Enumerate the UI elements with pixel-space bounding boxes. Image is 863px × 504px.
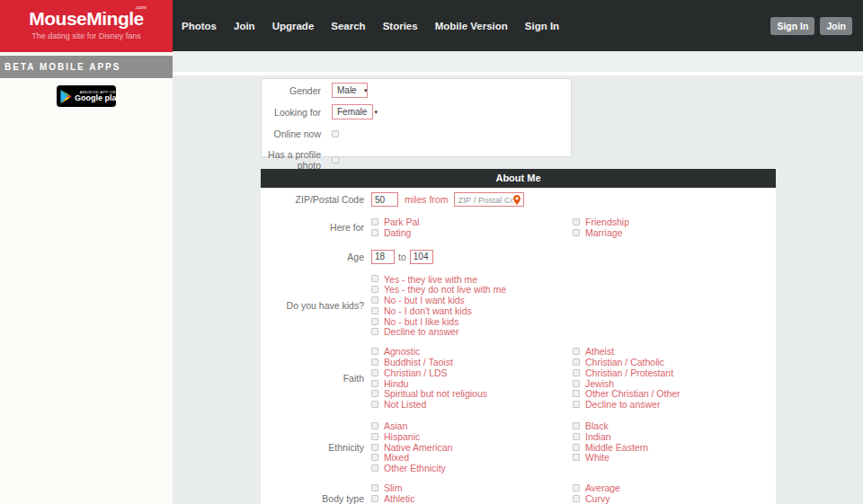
logo-tld: .com: [135, 4, 147, 10]
checkbox-option: Jewish: [573, 378, 681, 389]
checkbox[interactable]: [371, 296, 378, 304]
checkbox-option: Christian / Catholic: [573, 357, 681, 367]
checkbox[interactable]: [573, 433, 580, 440]
checkbox[interactable]: [573, 348, 580, 355]
nav-search[interactable]: Search: [331, 21, 365, 31]
nav-upgrade[interactable]: Upgrade: [272, 21, 315, 31]
radius-input[interactable]: [371, 192, 398, 207]
checkbox-option: Indian: [573, 431, 648, 442]
checkbox[interactable]: [371, 229, 378, 236]
checkbox-label: Middle Eastern: [585, 442, 648, 453]
nav-stories[interactable]: Stories: [383, 21, 418, 31]
nav-mobile-version[interactable]: Mobile Version: [435, 21, 508, 31]
has-photo-checkbox[interactable]: [332, 156, 339, 164]
checkbox[interactable]: [573, 422, 580, 429]
checkbox-label: Christian / Protestant: [585, 367, 673, 378]
age-min-input[interactable]: [371, 250, 395, 264]
age-row: Age to: [261, 250, 776, 264]
checkbox[interactable]: [573, 390, 580, 397]
ethnicity-col1: AsianHispanicNative AmericanMixedOther E…: [371, 420, 573, 473]
checkbox[interactable]: [371, 390, 378, 397]
checkbox[interactable]: [573, 358, 580, 366]
join-button[interactable]: Join: [820, 17, 852, 35]
checkbox[interactable]: [371, 286, 378, 293]
zip-input[interactable]: [458, 195, 513, 205]
miles-from-text: miles from: [405, 194, 448, 205]
looking-for-select[interactable]: Female ▼: [332, 104, 373, 119]
checkbox-label: Indian: [585, 431, 611, 442]
sidebar: MouseMingle.com The dating site for Disn…: [0, 0, 173, 504]
checkbox[interactable]: [371, 307, 378, 314]
checkbox-label: Dating: [384, 227, 411, 238]
checkbox[interactable]: [573, 229, 580, 236]
checkbox[interactable]: [573, 369, 580, 376]
checkbox[interactable]: [573, 401, 580, 408]
checkbox[interactable]: [573, 495, 580, 502]
checkbox-label: Athletic: [384, 493, 414, 504]
checkbox[interactable]: [371, 444, 378, 451]
zip-input-box: [454, 192, 524, 207]
nav-join[interactable]: Join: [234, 21, 255, 31]
gender-select[interactable]: Male ▼: [332, 83, 368, 98]
checkbox[interactable]: [371, 454, 378, 461]
online-now-label: Online now: [262, 128, 321, 139]
checkbox[interactable]: [573, 380, 580, 387]
checkbox-option: Asian: [371, 420, 573, 431]
checkbox[interactable]: [371, 380, 378, 387]
checkbox-option: Friendship: [573, 217, 629, 227]
checkbox-label: Other Christian / Other: [585, 388, 681, 399]
checkbox[interactable]: [371, 358, 378, 366]
checkbox-option: Marriage: [573, 227, 629, 238]
checkbox-label: Mixed: [384, 452, 409, 463]
body-type-col1: SlimAthleticBig and lovely/handsome: [371, 482, 573, 504]
checkbox[interactable]: [573, 218, 580, 225]
checkbox-option: Middle Eastern: [573, 442, 648, 453]
checkbox[interactable]: [371, 275, 378, 282]
main-area: Photos Join Upgrade Search Stories Mobil…: [173, 0, 863, 504]
checkbox[interactable]: [573, 454, 580, 461]
google-play-badge[interactable]: ANDROID APP ON Google play: [57, 85, 116, 107]
checkbox[interactable]: [573, 444, 580, 451]
checkbox[interactable]: [573, 484, 580, 491]
checkbox-label: No - I don't want kids: [384, 305, 472, 316]
checkbox-option: No - but I want kids: [371, 295, 573, 305]
checkbox[interactable]: [371, 318, 378, 325]
age-label: Age: [261, 252, 371, 262]
checkbox-label: Yes - they do not live with me: [384, 284, 506, 295]
checkbox[interactable]: [371, 464, 378, 472]
checkbox[interactable]: [371, 369, 378, 376]
nav-photos[interactable]: Photos: [182, 21, 217, 31]
checkbox[interactable]: [371, 484, 378, 491]
checkbox-option: Dating: [371, 227, 573, 238]
checkbox[interactable]: [371, 422, 378, 429]
checkbox-label: Black: [585, 420, 609, 431]
checkbox[interactable]: [371, 495, 378, 502]
checkbox-label: No - but I want kids: [384, 295, 465, 305]
checkbox-label: Not Listed: [384, 399, 426, 410]
nav-sign-in[interactable]: Sign In: [525, 21, 559, 31]
checkbox-option: Not Listed: [371, 399, 573, 410]
logo[interactable]: MouseMingle.com The dating site for Disn…: [0, 0, 173, 52]
checkbox-label: Friendship: [585, 217, 629, 227]
checkbox-label: Hispanic: [384, 431, 420, 442]
checkbox-label: Native American: [384, 442, 452, 453]
checkbox[interactable]: [371, 433, 378, 440]
checkbox-label: Decline to answer: [384, 326, 458, 337]
checkbox-option: Hindu: [371, 378, 573, 389]
faith-label: Faith: [261, 373, 371, 384]
online-now-checkbox[interactable]: [332, 130, 339, 137]
sign-in-button[interactable]: Sign In: [770, 17, 814, 35]
checkbox-option: Atheist: [573, 346, 681, 357]
age-max-input[interactable]: [410, 250, 433, 264]
checkbox[interactable]: [371, 328, 378, 335]
zip-label: ZIP/Postal Code: [261, 194, 371, 205]
here-for-col2: FriendshipMarriage: [573, 217, 629, 238]
zip-row: ZIP/Postal Code miles from: [261, 192, 776, 207]
checkbox[interactable]: [371, 348, 378, 355]
checkbox-option: Curvy: [573, 493, 620, 504]
checkbox-label: Agnostic: [384, 346, 420, 357]
location-pin-icon[interactable]: [513, 195, 520, 205]
checkbox[interactable]: [371, 218, 378, 225]
play-store-icon: [60, 90, 72, 103]
checkbox[interactable]: [371, 401, 378, 408]
